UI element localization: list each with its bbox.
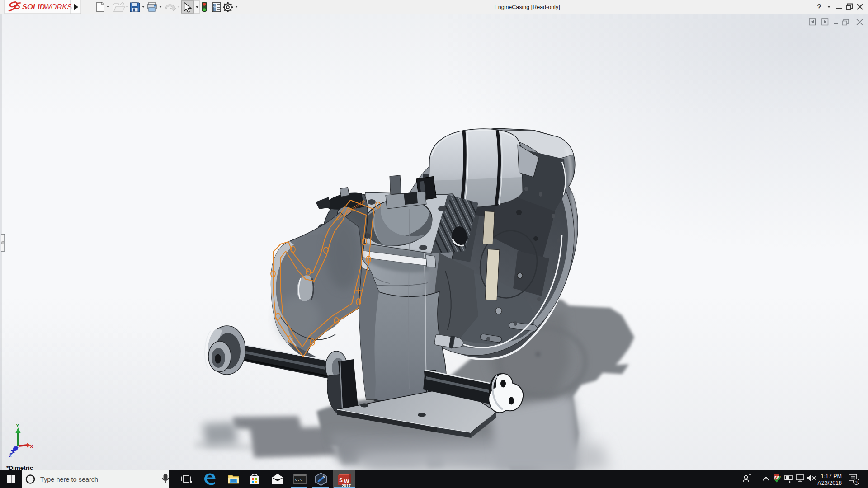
svg-text:Type here to search: Type here to search <box>40 476 98 483</box>
svg-text:X: X <box>30 444 33 449</box>
svg-text:WORKS: WORKS <box>44 3 72 11</box>
svg-text:Y: Y <box>16 423 19 428</box>
svg-text:?: ? <box>817 3 821 11</box>
svg-text:EngineCasing [Read-only]: EngineCasing [Read-only] <box>494 4 560 10</box>
svg-text:3: 3 <box>855 479 857 484</box>
svg-text:S: S <box>339 477 343 483</box>
svg-text:1:17 PM: 1:17 PM <box>821 473 842 479</box>
svg-text:7/23/2018: 7/23/2018 <box>816 480 842 486</box>
svg-text:C:\_: C:\_ <box>295 478 304 482</box>
svg-text:Z: Z <box>9 453 12 458</box>
svg-text:SOLID: SOLID <box>22 3 45 11</box>
